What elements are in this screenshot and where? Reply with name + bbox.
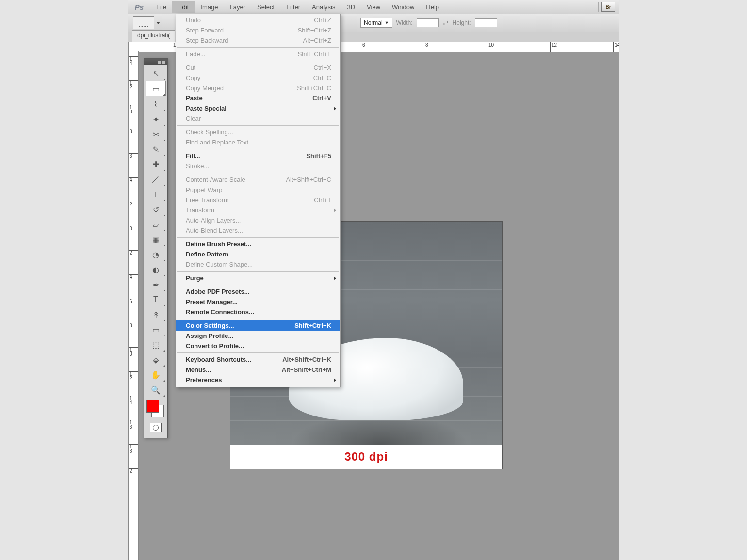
menu-item-label: Keyboard Shortcuts... <box>186 356 251 363</box>
ruler-mark: 12 <box>129 80 139 90</box>
ruler-origin[interactable] <box>128 42 139 52</box>
menu-item-label: Fade... <box>186 50 205 58</box>
menu-item-label: Copy <box>186 74 200 81</box>
eyedropper-tool-icon[interactable]: ✎ <box>146 142 166 157</box>
menu-item-paste[interactable]: PasteCtrl+V <box>176 93 340 103</box>
wand-tool-icon[interactable]: ✦ <box>146 112 166 127</box>
menu-view[interactable]: View <box>361 1 386 13</box>
shape-tool-icon[interactable]: ▭ <box>146 322 166 337</box>
menu-item-label: Auto-Blend Layers... <box>186 227 243 234</box>
menu-edit[interactable]: Edit <box>172 1 195 13</box>
menu-item-label: Content-Aware Scale <box>186 176 245 183</box>
tools-panel[interactable]: ↖▭⌇✦✂✎✚／⊥↺▱▦◔◐✒T↟▭⬚⬙✋🔍 <box>144 58 168 438</box>
crop-tool-icon[interactable]: ✂ <box>146 127 166 142</box>
document-tab[interactable]: dpi_illustrati( <box>132 30 175 43</box>
blur-tool-icon[interactable]: ◔ <box>146 247 166 262</box>
menu-item-transform: Transform <box>176 205 340 215</box>
menu-window[interactable]: Window <box>386 1 420 13</box>
menu-analysis[interactable]: Analysis <box>306 1 341 13</box>
menu-item-define-custom-shape: Define Custom Shape... <box>176 259 340 270</box>
width-field[interactable] <box>417 18 439 27</box>
history-tool-icon[interactable]: ↺ <box>146 202 166 217</box>
menu-item-label: Remote Connections... <box>186 308 254 316</box>
menu-filter[interactable]: Filter <box>280 1 306 13</box>
menu-item-shortcut: Ctrl+X <box>314 64 331 71</box>
tool-preset-picker[interactable] <box>133 16 154 29</box>
close-icon[interactable] <box>162 61 165 64</box>
quick-mask-button[interactable] <box>146 420 166 435</box>
ruler-mark: 2 <box>129 468 139 473</box>
menu-layer[interactable]: Layer <box>224 1 252 13</box>
stamp-tool-icon[interactable]: ⊥ <box>146 187 166 202</box>
menu-item-cut: CutCtrl+X <box>176 63 340 73</box>
collapse-icon[interactable] <box>158 61 161 64</box>
menu-item-copy: CopyCtrl+C <box>176 73 340 83</box>
ruler-mark: 10 <box>487 42 494 52</box>
menu-3d[interactable]: 3D <box>341 1 361 13</box>
menu-item-shortcut: Alt+Shift+Ctrl+K <box>282 356 331 363</box>
ruler-mark: 10 <box>129 347 139 356</box>
dodge-tool-icon[interactable]: ◐ <box>146 262 166 277</box>
foreground-color-swatch[interactable] <box>146 400 159 413</box>
menu-item-color-settings[interactable]: Color Settings...Shift+Ctrl+K <box>176 320 340 331</box>
ruler-mark: 6 <box>129 153 139 158</box>
marquee-tool-icon[interactable]: ▭ <box>146 81 166 96</box>
lasso-tool-icon[interactable]: ⌇ <box>146 97 166 112</box>
menu-item-undo: UndoCtrl+Z <box>176 15 340 25</box>
menu-item-paste-special[interactable]: Paste Special <box>176 103 340 113</box>
menu-image[interactable]: Image <box>195 1 224 13</box>
menu-item-label: Puppet Warp <box>186 186 222 193</box>
height-field[interactable] <box>475 18 497 27</box>
zoom-tool-icon[interactable]: 🔍 <box>146 383 166 397</box>
pen-tool-icon[interactable]: ✒ <box>146 277 166 292</box>
swap-dimensions-icon[interactable]: ⇄ <box>443 19 449 27</box>
brush-tool-icon[interactable]: ／ <box>146 172 166 187</box>
menu-item-content-aware-scale: Content-Aware ScaleAlt+Shift+Ctrl+C <box>176 175 340 185</box>
color-swatches[interactable] <box>146 399 166 418</box>
panel-header[interactable] <box>144 59 167 65</box>
menu-item-label: Convert to Profile... <box>186 342 244 350</box>
menu-separator <box>177 271 339 272</box>
menu-item-convert-to-profile[interactable]: Convert to Profile... <box>176 341 340 351</box>
menu-item-shortcut: Shift+Ctrl+C <box>297 84 331 92</box>
menu-item-purge[interactable]: Purge <box>176 273 340 283</box>
menu-item-label: Assign Profile... <box>186 332 233 339</box>
menu-item-define-brush-preset[interactable]: Define Brush Preset... <box>176 239 340 249</box>
menu-item-label: Step Forward <box>186 27 224 34</box>
menu-item-adobe-pdf-presets[interactable]: Adobe PDF Presets... <box>176 287 340 297</box>
3d-tool-icon[interactable]: ⬚ <box>146 337 166 352</box>
menu-item-remote-connections[interactable]: Remote Connections... <box>176 307 340 317</box>
hand-tool-icon[interactable]: ✋ <box>146 368 166 382</box>
menu-help[interactable]: Help <box>420 1 445 13</box>
bridge-button[interactable]: Br <box>601 2 615 12</box>
menu-separator <box>177 47 339 48</box>
menu-item-shortcut: Shift+Ctrl+Z <box>298 27 331 34</box>
ruler-vertical[interactable]: 14121086420246810121416182 <box>128 51 139 560</box>
menu-item-label: Preset Manager... <box>186 298 238 305</box>
menu-select[interactable]: Select <box>251 1 280 13</box>
path-tool-icon[interactable]: ↟ <box>146 307 166 322</box>
type-tool-icon[interactable]: T <box>146 292 166 307</box>
menu-separator <box>177 125 339 126</box>
gradient-tool-icon[interactable]: ▦ <box>146 232 166 247</box>
menu-item-shortcut: Shift+Ctrl+F <box>298 50 331 58</box>
menu-item-keyboard-shortcuts[interactable]: Keyboard Shortcuts...Alt+Shift+Ctrl+K <box>176 354 340 365</box>
menu-item-fill[interactable]: Fill...Shift+F5 <box>176 151 340 161</box>
menu-item-preset-manager[interactable]: Preset Manager... <box>176 297 340 307</box>
ruler-mark: 10 <box>129 105 139 114</box>
menu-item-step-forward: Step ForwardShift+Ctrl+Z <box>176 25 340 35</box>
3dcam-tool-icon[interactable]: ⬙ <box>146 352 166 367</box>
submenu-arrow-icon <box>334 378 336 382</box>
menu-item-define-pattern[interactable]: Define Pattern... <box>176 249 340 259</box>
mode-dropdown[interactable]: Normal ▼ <box>360 18 392 28</box>
move-tool-icon[interactable]: ↖ <box>146 66 166 80</box>
eraser-tool-icon[interactable]: ▱ <box>146 217 166 232</box>
edit-menu-dropdown: UndoCtrl+ZStep ForwardShift+Ctrl+ZStep B… <box>176 14 341 387</box>
menu-file[interactable]: File <box>150 1 172 13</box>
ruler-mark: 12 <box>550 42 557 52</box>
menu-item-label: Clear <box>186 115 201 122</box>
heal-tool-icon[interactable]: ✚ <box>146 157 166 172</box>
menu-item-assign-profile[interactable]: Assign Profile... <box>176 331 340 341</box>
menu-item-menus[interactable]: Menus...Alt+Shift+Ctrl+M <box>176 365 340 375</box>
menu-item-preferences[interactable]: Preferences <box>176 375 340 385</box>
